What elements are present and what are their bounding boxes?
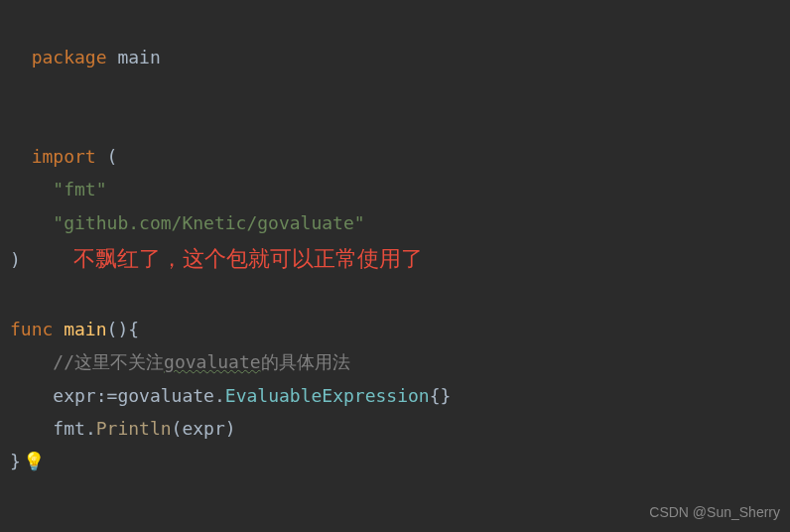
pkg-fmt: fmt — [53, 418, 85, 439]
keyword-import: import — [32, 146, 96, 167]
blank-line — [0, 74, 790, 107]
indent — [10, 351, 53, 372]
indent — [10, 212, 53, 233]
lightbulb-icon[interactable]: 💡 — [23, 445, 45, 477]
code-line-5[interactable]: "github.com/Knetic/govaluate" — [0, 206, 790, 239]
dot: . — [214, 385, 225, 406]
package-name: main — [107, 47, 161, 67]
code-line-3[interactable]: import ( — [0, 107, 790, 174]
close-paren: ) — [10, 249, 21, 270]
keyword-package: package — [32, 47, 107, 67]
dot: . — [85, 418, 96, 439]
indent — [10, 418, 53, 439]
code-line-12[interactable]: }💡 — [0, 445, 790, 477]
call-args: (expr) — [172, 418, 236, 439]
pkg-govaluate: govaluate — [117, 385, 214, 406]
code-line-8[interactable]: func main(){ — [0, 313, 790, 345]
func-name-main: main — [53, 319, 106, 339]
code-line-10[interactable]: expr:=govaluate.EvaluableExpression{} — [0, 379, 790, 412]
comment-text-post: 的具体用法 — [261, 351, 350, 372]
close-brace: } — [10, 451, 21, 471]
keyword-func: func — [10, 319, 53, 339]
code-line-11[interactable]: fmt.Println(expr) — [0, 412, 790, 445]
import-string-govaluate: "github.com/Knetic/govaluate" — [53, 212, 364, 233]
code-line-1[interactable]: package main — [0, 8, 790, 74]
annotation-text: 不飘红了，这个包就可以正常使用了 — [21, 246, 423, 271]
func-signature: (){ — [107, 319, 140, 339]
type-name: EvaluableExpression — [225, 385, 430, 406]
import-string-fmt: "fmt" — [53, 179, 106, 200]
operator-assign: := — [96, 385, 118, 406]
open-paren: ( — [96, 146, 118, 167]
method-println: Println — [96, 418, 172, 439]
code-line-6[interactable]: ) 不飘红了，这个包就可以正常使用了 — [0, 239, 790, 280]
watermark-text: CSDN @Sun_Sherry — [649, 500, 780, 526]
braces: {} — [430, 385, 452, 406]
blank-line — [0, 280, 790, 313]
ident-expr: expr — [53, 385, 95, 406]
indent — [10, 385, 53, 406]
comment-text-wavy: govaluate — [164, 351, 261, 372]
code-line-4[interactable]: "fmt" — [0, 173, 790, 205]
indent — [10, 179, 53, 200]
comment-text-pre: //这里不关注 — [53, 351, 164, 372]
code-line-9[interactable]: //这里不关注govaluate的具体用法 — [0, 345, 790, 378]
